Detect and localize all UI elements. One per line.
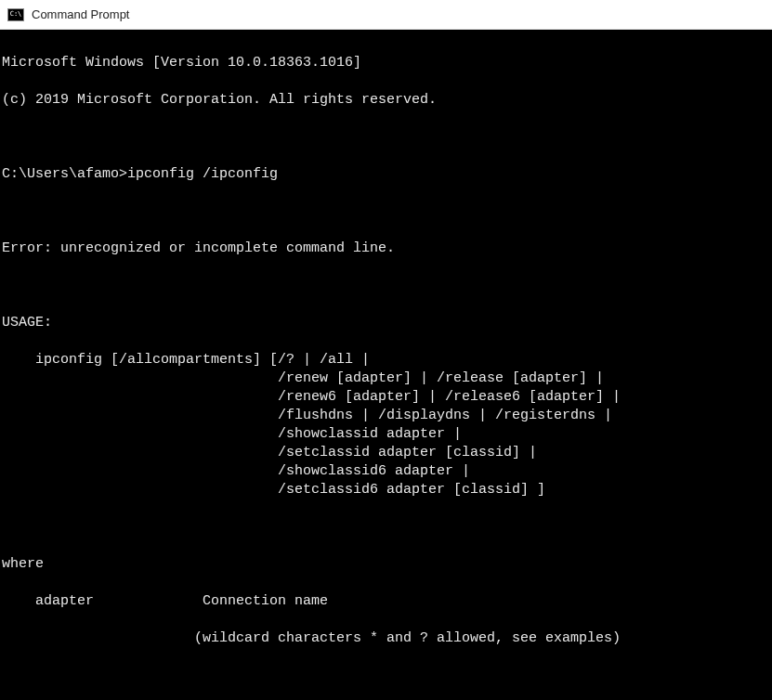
usage-line: ipconfig [/allcompartments] [/? | /all | bbox=[2, 351, 772, 369]
blank-line bbox=[2, 202, 772, 221]
usage-line: /showclassid adapter | bbox=[2, 425, 772, 444]
prompt-path: C:\Users\afamo> bbox=[2, 166, 127, 182]
usage-line: /showclassid6 adapter | bbox=[2, 462, 772, 481]
usage-line: /renew [adapter] | /release [adapter] | bbox=[2, 369, 772, 388]
error-line: Error: unrecognized or incomplete comman… bbox=[2, 240, 772, 258]
where-adapter-note: (wildcard characters * and ? allowed, se… bbox=[2, 629, 772, 648]
blank-line bbox=[2, 128, 772, 147]
terminal-output[interactable]: Microsoft Windows [Version 10.0.18363.10… bbox=[0, 30, 772, 700]
prompt-line: C:\Users\afamo>ipconfig /ipconfig bbox=[2, 165, 772, 184]
usage-line: /renew6 [adapter] | /release6 [adapter] … bbox=[2, 388, 772, 407]
prompt-command: ipconfig /ipconfig bbox=[127, 166, 278, 182]
usage-line: /setclassid adapter [classid] | bbox=[2, 444, 772, 462]
window-title: Command Prompt bbox=[32, 7, 129, 21]
blank-line bbox=[2, 518, 772, 537]
usage-line: /flushdns | /displaydns | /registerdns | bbox=[2, 407, 772, 425]
blank-line bbox=[2, 277, 772, 295]
titlebar[interactable]: C:\ Command Prompt bbox=[0, 0, 772, 30]
cmd-icon-glyph: C:\ bbox=[10, 11, 22, 18]
where-adapter: adapter Connection name bbox=[2, 592, 772, 611]
usage-header: USAGE: bbox=[2, 314, 772, 332]
banner-line: Microsoft Windows [Version 10.0.18363.10… bbox=[2, 54, 772, 72]
command-prompt-window: C:\ Command Prompt Microsoft Windows [Ve… bbox=[0, 0, 772, 700]
banner-line: (c) 2019 Microsoft Corporation. All righ… bbox=[2, 91, 772, 110]
where-header: where bbox=[2, 555, 772, 574]
usage-line: /setclassid6 adapter [classid] ] bbox=[2, 481, 772, 499]
blank-line bbox=[2, 667, 772, 685]
cmd-icon: C:\ bbox=[7, 8, 24, 21]
